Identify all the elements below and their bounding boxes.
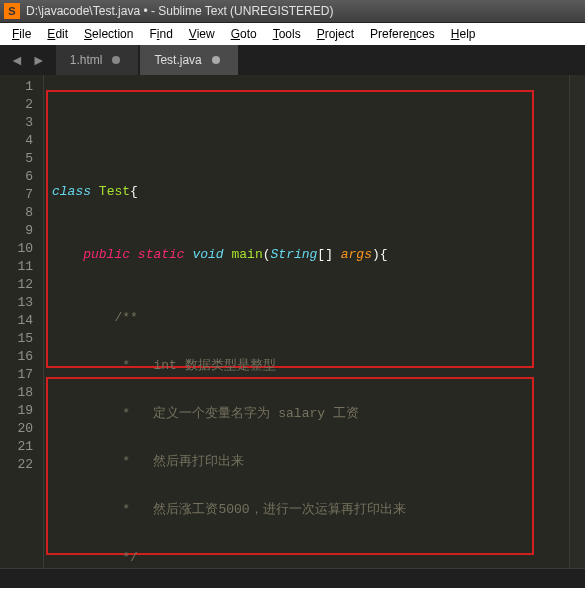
code-line: * 然后涨工资5000，进行一次运算再打印出来 bbox=[52, 501, 569, 519]
titlebar-text: D:\javacode\Test.java • - Sublime Text (… bbox=[26, 4, 333, 18]
line-number: 22 bbox=[0, 456, 43, 474]
nav-back-icon[interactable]: ◄ bbox=[6, 52, 28, 68]
line-number: 9 bbox=[0, 222, 43, 240]
line-number: 16 bbox=[0, 348, 43, 366]
line-number: 4 bbox=[0, 132, 43, 150]
line-number: 5 bbox=[0, 150, 43, 168]
code-line: * 然后再打印出来 bbox=[52, 453, 569, 471]
menu-file[interactable]: File bbox=[4, 25, 39, 43]
code-line: /** bbox=[52, 309, 569, 327]
code-line: class Test{ bbox=[52, 183, 569, 201]
line-number: 17 bbox=[0, 366, 43, 384]
line-number: 10 bbox=[0, 240, 43, 258]
code-line: */ bbox=[52, 549, 569, 567]
line-number: 13 bbox=[0, 294, 43, 312]
menubar: File Edit Selection Find View Goto Tools… bbox=[0, 23, 585, 45]
tab-label: Test.java bbox=[154, 53, 201, 67]
nav-buttons: ◄ ► bbox=[0, 45, 56, 75]
line-number-gutter: 1 2 3 4 5 6 7 8 9 10 11 12 13 14 15 16 1… bbox=[0, 75, 44, 568]
status-bar bbox=[0, 568, 585, 588]
tab-label: 1.html bbox=[70, 53, 103, 67]
nav-forward-icon[interactable]: ► bbox=[28, 52, 50, 68]
tab-1html[interactable]: 1.html bbox=[56, 45, 139, 75]
line-number: 21 bbox=[0, 438, 43, 456]
dirty-indicator-icon bbox=[212, 56, 220, 64]
minimap[interactable] bbox=[569, 75, 585, 568]
menu-tools[interactable]: Tools bbox=[265, 25, 309, 43]
line-number: 18 bbox=[0, 384, 43, 402]
app-window: S D:\javacode\Test.java • - Sublime Text… bbox=[0, 0, 585, 588]
menu-preferences[interactable]: Preferences bbox=[362, 25, 443, 43]
menu-help[interactable]: Help bbox=[443, 25, 484, 43]
line-number: 1 bbox=[0, 78, 43, 96]
line-number: 15 bbox=[0, 330, 43, 348]
editor: 1 2 3 4 5 6 7 8 9 10 11 12 13 14 15 16 1… bbox=[0, 75, 585, 568]
titlebar[interactable]: S D:\javacode\Test.java • - Sublime Text… bbox=[0, 0, 585, 23]
line-number: 2 bbox=[0, 96, 43, 114]
code-area[interactable]: class Test{ public static void main(Stri… bbox=[44, 75, 569, 568]
code-line: public static void main(String[] args){ bbox=[52, 246, 569, 264]
app-icon: S bbox=[4, 3, 20, 19]
line-number: 20 bbox=[0, 420, 43, 438]
tab-testjava[interactable]: Test.java bbox=[140, 45, 237, 75]
line-number: 6 bbox=[0, 168, 43, 186]
tab-bar: ◄ ► 1.html Test.java bbox=[0, 45, 585, 75]
menu-edit[interactable]: Edit bbox=[39, 25, 76, 43]
code-line: * int 数据类型是整型 bbox=[52, 357, 569, 375]
line-number: 11 bbox=[0, 258, 43, 276]
line-number: 7 bbox=[0, 186, 43, 204]
code-line: * 定义一个变量名字为 salary 工资 bbox=[52, 405, 569, 423]
line-number: 3 bbox=[0, 114, 43, 132]
menu-project[interactable]: Project bbox=[309, 25, 362, 43]
menu-view[interactable]: View bbox=[181, 25, 223, 43]
line-number: 19 bbox=[0, 402, 43, 420]
line-number: 14 bbox=[0, 312, 43, 330]
menu-selection[interactable]: Selection bbox=[76, 25, 141, 43]
dirty-indicator-icon bbox=[112, 56, 120, 64]
line-number: 12 bbox=[0, 276, 43, 294]
menu-find[interactable]: Find bbox=[141, 25, 180, 43]
menu-goto[interactable]: Goto bbox=[223, 25, 265, 43]
line-number: 8 bbox=[0, 204, 43, 222]
